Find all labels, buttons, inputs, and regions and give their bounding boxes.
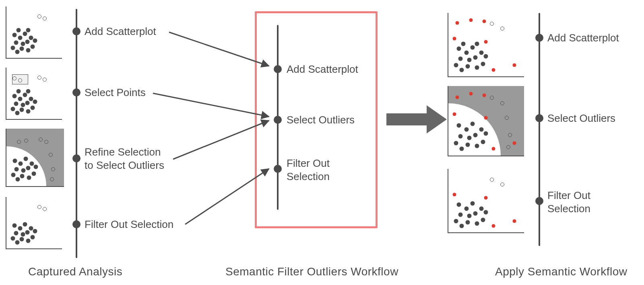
data-point	[484, 54, 488, 59]
data-point	[17, 140, 21, 144]
right-step-3-line1: Filter Out	[547, 189, 590, 201]
data-point	[16, 28, 21, 32]
data-point	[21, 41, 25, 46]
data-point	[49, 153, 53, 157]
data-point	[479, 206, 483, 211]
left-node-2	[72, 88, 80, 96]
data-point	[483, 93, 486, 97]
data-point	[460, 224, 464, 228]
data-point	[34, 165, 38, 169]
data-point	[473, 211, 477, 216]
data-point	[490, 178, 494, 182]
data-point	[466, 64, 470, 69]
right-node-2	[535, 114, 543, 122]
data-point	[12, 94, 17, 98]
data-point	[33, 100, 37, 104]
data-point	[21, 168, 26, 172]
data-point	[475, 221, 479, 226]
data-point	[12, 223, 17, 228]
data-point	[30, 161, 34, 166]
left-step-3-line2: to Select Outliers	[85, 159, 164, 171]
data-point	[16, 177, 20, 182]
data-point	[14, 231, 19, 236]
data-point	[466, 220, 470, 225]
data-point	[50, 177, 54, 181]
data-point	[15, 240, 20, 244]
data-point	[11, 236, 15, 240]
data-point	[23, 157, 28, 161]
data-point	[470, 201, 475, 206]
data-point	[23, 92, 27, 97]
scatter-right-2	[448, 86, 524, 156]
caption-right: Apply Semantic Workflow	[495, 265, 627, 278]
data-point	[484, 210, 488, 215]
data-point	[26, 109, 31, 114]
left-step-4-label: Filter Out Selection	[85, 218, 173, 231]
data-point	[20, 108, 24, 112]
data-point	[456, 95, 459, 99]
data-point	[31, 235, 35, 240]
data-point	[505, 116, 509, 120]
svg-marker-1	[427, 105, 447, 133]
data-point	[479, 127, 483, 132]
middle-step-3-line1: Filter Out	[287, 157, 330, 169]
data-point	[11, 172, 15, 177]
data-point	[464, 127, 469, 132]
data-point	[484, 40, 488, 44]
data-point	[512, 141, 516, 145]
data-point	[25, 39, 29, 44]
data-point	[37, 76, 41, 80]
data-point	[33, 229, 37, 234]
data-point	[464, 50, 469, 55]
data-point	[18, 226, 23, 230]
data-point	[37, 14, 41, 18]
data-point	[26, 239, 31, 243]
big-arrow-apply	[386, 105, 447, 133]
data-point	[484, 131, 488, 136]
data-point	[457, 123, 461, 127]
data-point	[452, 113, 456, 116]
data-point	[26, 28, 31, 32]
data-point	[481, 139, 485, 144]
data-point	[454, 141, 458, 146]
scatter-right-3	[448, 169, 524, 233]
data-point	[512, 63, 516, 67]
data-point	[454, 63, 458, 67]
data-point	[454, 219, 458, 223]
middle-step-2-label: Select Outliers	[287, 113, 355, 127]
data-point	[21, 103, 25, 107]
data-point	[473, 133, 477, 137]
data-point	[43, 207, 47, 211]
scatter-left-4	[6, 197, 62, 249]
left-node-3	[72, 154, 80, 162]
data-point	[31, 171, 36, 176]
data-point	[18, 96, 23, 101]
data-point	[467, 214, 472, 218]
data-point	[490, 22, 494, 26]
data-point	[456, 21, 459, 25]
data-point	[460, 146, 464, 151]
data-point	[467, 135, 472, 140]
data-point	[26, 48, 31, 53]
data-point	[484, 196, 488, 200]
data-point	[457, 203, 461, 207]
data-point	[470, 45, 475, 50]
data-point	[51, 167, 55, 171]
data-point	[460, 68, 464, 72]
left-step-2-label: Select Points	[85, 86, 146, 99]
arrow-map-1	[169, 32, 269, 66]
data-point	[500, 182, 504, 187]
data-point	[500, 101, 504, 105]
data-point	[14, 41, 19, 45]
right-step-3-label: Filter Out Selection	[547, 189, 590, 215]
data-point	[461, 41, 466, 46]
data-point	[33, 39, 37, 43]
middle-node-2	[274, 116, 282, 124]
data-point	[25, 230, 29, 234]
data-point	[475, 41, 479, 46]
data-point	[469, 92, 473, 96]
data-point	[20, 237, 24, 242]
data-point	[491, 68, 495, 72]
scatter-right-1	[448, 13, 524, 77]
arrow-map-2a	[153, 93, 269, 117]
